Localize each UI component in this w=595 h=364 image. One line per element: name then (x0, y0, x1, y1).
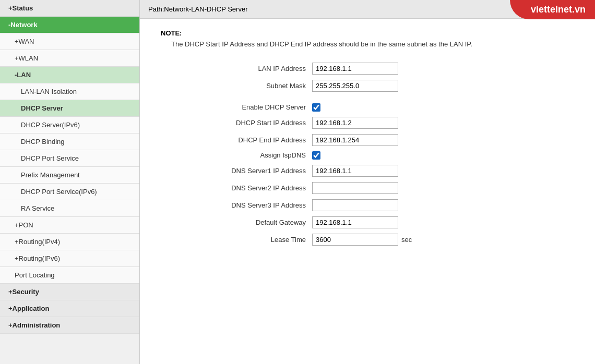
input-lease-time[interactable] (312, 234, 398, 246)
sidebar-item-lan[interactable]: -LAN (0, 67, 139, 83)
form-row-lan-ip: LAN IP Address (192, 63, 574, 75)
form-row-enable-dhcp: Enable DHCP Server (192, 103, 574, 112)
form-row-dns3: DNS Server3 IP Address (192, 199, 574, 211)
form-row-lease-time: Lease Timesec (192, 234, 574, 246)
sidebar-item-application[interactable]: +Application (0, 300, 139, 317)
checkbox-enable-dhcp[interactable] (312, 103, 320, 112)
label-dhcp-start: DHCP Start IP Address (192, 119, 312, 127)
main-content: Path:Network-LAN-DHCP Server viettelnet.… (140, 0, 595, 364)
form-row-subnet-mask: Subnet Mask (192, 80, 574, 92)
sidebar-item-network[interactable]: -Network (0, 17, 139, 33)
sidebar-item-administration[interactable]: +Administration (0, 317, 139, 334)
content-area: NOTE: The DHCP Start IP Address and DHCP… (140, 19, 595, 364)
label-lease-time: Lease Time (192, 236, 312, 244)
unit-lease-time: sec (401, 236, 412, 244)
sidebar-item-routing-ipv6[interactable]: +Routing(IPv6) (0, 250, 139, 267)
sidebar-item-ra-service[interactable]: RA Service (0, 200, 139, 217)
sidebar-item-pon[interactable]: +PON (0, 217, 139, 234)
sidebar-item-dhcp-binding[interactable]: DHCP Binding (0, 134, 139, 150)
logo: viettelnet.vn (510, 0, 595, 19)
sidebar-item-security[interactable]: +Security (0, 284, 139, 300)
label-dns1: DNS Server1 IP Address (192, 167, 312, 175)
form-row-dns1: DNS Server1 IP Address (192, 165, 574, 177)
sidebar: +Status-Network+WAN+WLAN-LANLAN-LAN Isol… (0, 0, 140, 364)
sidebar-item-lan-isolation[interactable]: LAN-LAN Isolation (0, 83, 139, 100)
form-row-dhcp-start: DHCP Start IP Address (192, 117, 574, 129)
label-dhcp-end: DHCP End IP Address (192, 136, 312, 144)
sidebar-item-routing-ipv4[interactable]: +Routing(IPv4) (0, 234, 139, 250)
note-section: NOTE: The DHCP Start IP Address and DHCP… (161, 29, 574, 50)
input-lan-ip[interactable] (312, 63, 398, 75)
sidebar-item-wan[interactable]: +WAN (0, 33, 139, 50)
form-row-dns2: DNS Server2 IP Address (192, 182, 574, 194)
path-bar: Path:Network-LAN-DHCP Server viettelnet.… (140, 0, 595, 19)
sidebar-item-dhcp-server-ipv6[interactable]: DHCP Server(IPv6) (0, 117, 139, 134)
sidebar-item-prefix-management[interactable]: Prefix Management (0, 167, 139, 184)
form-row-dhcp-end: DHCP End IP Address (192, 134, 574, 146)
form-row-gateway: Default Gateway (192, 216, 574, 228)
label-enable-dhcp: Enable DHCP Server (192, 103, 312, 111)
note-label: NOTE: (161, 29, 574, 37)
input-dns2[interactable] (312, 182, 398, 194)
sidebar-item-status[interactable]: +Status (0, 0, 139, 17)
input-dns1[interactable] (312, 165, 398, 177)
label-assign-isp: Assign IspDNS (192, 151, 312, 159)
checkbox-assign-isp[interactable] (312, 151, 320, 160)
label-lan-ip: LAN IP Address (192, 65, 312, 72)
sidebar-item-wlan[interactable]: +WLAN (0, 50, 139, 67)
input-dhcp-end[interactable] (312, 134, 398, 146)
note-text: The DHCP Start IP Address and DHCP End I… (171, 39, 574, 50)
input-dhcp-start[interactable] (312, 117, 398, 129)
input-gateway[interactable] (312, 216, 398, 228)
form-row-assign-isp: Assign IspDNS (192, 151, 574, 160)
sidebar-item-port-locating[interactable]: Port Locating (0, 267, 139, 284)
input-subnet-mask[interactable] (312, 80, 398, 92)
label-gateway: Default Gateway (192, 219, 312, 226)
input-dns3[interactable] (312, 199, 398, 211)
label-dns3: DNS Server3 IP Address (192, 201, 312, 209)
form-table: LAN IP AddressSubnet MaskEnable DHCP Ser… (192, 63, 574, 246)
path-text: Path:Network-LAN-DHCP Server (140, 5, 247, 13)
label-subnet-mask: Subnet Mask (192, 82, 312, 90)
sidebar-item-dhcp-port-ipv6[interactable]: DHCP Port Service(IPv6) (0, 184, 139, 200)
sidebar-item-dhcp-server[interactable]: DHCP Server (0, 100, 139, 117)
sidebar-item-dhcp-port-service[interactable]: DHCP Port Service (0, 150, 139, 167)
label-dns2: DNS Server2 IP Address (192, 184, 312, 192)
